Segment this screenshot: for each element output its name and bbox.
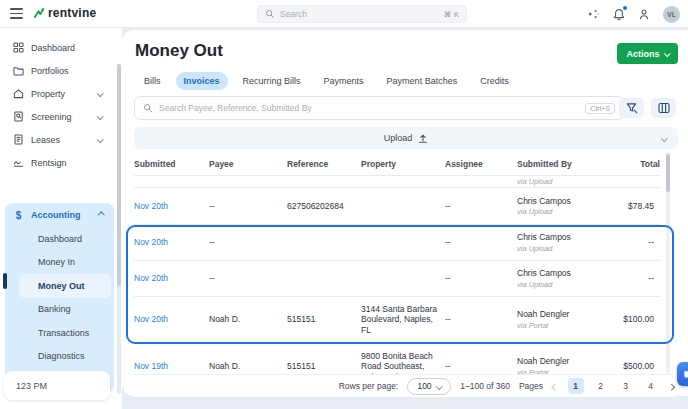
chevron-down-icon[interactable] [661,135,667,141]
chat-launcher-button[interactable] [677,362,688,386]
col-submitted[interactable]: Submitted [134,159,209,169]
table-search-input[interactable] [159,103,579,113]
sidebar-item-screening[interactable]: Screening [0,105,118,128]
tab-recurring-bills[interactable]: Recurring Bills [235,72,309,90]
page-button-4[interactable]: 4 [643,378,659,394]
rentvine-logo-icon [33,7,45,19]
table-row[interactable]: Nov 20th Noah D. 515151 3144 Santa Barba… [134,297,660,343]
submitted-date-link[interactable]: Nov 20th [134,201,209,212]
columns-button[interactable] [651,98,676,118]
sidebar-subitem-money-out[interactable]: Money Out [19,274,111,298]
table-row[interactable]: Nov 20th -- -- Chris Camposvia Upload -- [134,225,660,261]
col-submitted-by[interactable]: Submitted By [517,159,612,169]
col-property[interactable]: Property [361,159,445,169]
chevron-down-icon [436,383,442,389]
sidebar-subitem-money-in[interactable]: Money In [5,251,114,275]
col-total[interactable]: Total [612,159,660,169]
sidebar: Dashboard Portfolios Property Screening … [0,28,122,409]
document-icon [13,134,24,145]
sidebar-item-rentsign[interactable]: Rentsign [0,151,118,174]
col-payee[interactable]: Payee [209,159,287,169]
user-settings-icon[interactable] [638,8,650,20]
sidebar-item-portfolios[interactable]: Portfolios [0,59,118,82]
tab-invoices[interactable]: Invoices [176,72,228,90]
sidebar-item-label: Leases [31,135,60,145]
actions-button[interactable]: Actions [617,43,678,64]
filter-button[interactable] [619,98,644,118]
search-icon [265,9,275,19]
sidebar-subitem-transactions[interactable]: Transactions [5,321,114,345]
notification-dot [623,6,628,11]
table-search-field[interactable]: Ctrl+S [134,96,624,120]
chevron-down-icon [664,50,670,56]
page-button-2[interactable]: 2 [593,378,609,394]
rows-per-page-label: Rows per page: [339,381,399,391]
sidebar-accounting-group: $ Accounting Dashboard Money In Money Ou… [5,203,114,393]
signature-icon [13,157,24,168]
upload-bar[interactable]: Upload [134,127,678,149]
folder-icon [13,65,24,76]
shortcuts-icon[interactable] [587,8,600,20]
main-content-card: Money Out Actions Bills Invoices Recurri… [122,30,688,396]
page-button-3[interactable]: 3 [618,378,634,394]
columns-icon [658,102,670,114]
submitted-date-link[interactable]: Nov 20th [134,273,209,284]
selected-item-indicator [3,273,7,289]
sidebar-item-leases[interactable]: Leases [0,128,118,151]
tab-bills[interactable]: Bills [136,72,169,90]
brand-name: rentvine [48,6,96,20]
menu-icon[interactable] [10,8,23,19]
chevron-down-icon [97,113,103,119]
sidebar-item-dashboard[interactable]: Dashboard [0,36,118,59]
range-text: 1–100 of 360 [460,381,510,391]
sidebar-subitem-dashboard[interactable]: Dashboard [5,227,114,251]
avatar[interactable]: VL [663,6,680,23]
global-search-placeholder: Search [280,9,438,19]
table-header: Submitted Payee Reference Property Assig… [134,152,660,176]
rows-per-page-select[interactable]: 100 [407,378,451,395]
funnel-filter-icon [626,102,638,114]
sidebar-item-label: Dashboard [31,43,75,53]
table-row[interactable]: Nov 20th -- -- Chris Camposvia Upload -- [134,261,660,297]
clock-widget: 123 PM [4,371,110,400]
brand-logo[interactable]: rentvine [33,6,96,20]
sidebar-item-label: Accounting [31,210,81,220]
prev-page-button[interactable] [552,381,559,392]
table-body: via Upload Nov 20th -- 627506202684 -- C… [134,176,660,374]
chevron-up-icon [98,212,104,218]
sidebar-item-label: Portfolios [31,66,69,76]
submitted-date-link[interactable]: Nov 20th [134,237,209,248]
next-page-button[interactable] [668,381,675,392]
tab-credits[interactable]: Credits [472,72,517,90]
topbar-actions: VL [587,0,680,28]
house-icon [13,88,24,99]
app-root: rentvine Search ⌘ K VL [0,0,688,409]
sidebar-item-accounting[interactable]: $ Accounting [5,203,114,227]
dashboard-grid-icon [13,42,24,53]
chevron-down-icon [97,136,103,142]
sidebar-scrollbar-thumb[interactable] [117,64,121,286]
sidebar-item-label: Rentsign [31,158,67,168]
col-assignee[interactable]: Assignee [445,159,517,169]
sidebar-item-label: Property [31,89,65,99]
table-scrollbar-thumb[interactable] [666,154,670,192]
pages-label: Pages [519,381,543,391]
table-row-partial[interactable]: via Upload [134,176,660,188]
table-row[interactable]: Nov 19th Noah D. 515151 9800 Bonita Beac… [134,343,660,374]
page-title: Money Out [135,41,223,61]
tab-payment-batches[interactable]: Payment Batches [379,72,466,90]
tab-payments[interactable]: Payments [316,72,372,90]
col-reference[interactable]: Reference [287,159,361,169]
global-search-input[interactable]: Search ⌘ K [257,5,467,23]
page-button-1[interactable]: 1 [568,378,584,394]
sidebar-item-property[interactable]: Property [0,82,118,105]
sidebar-subitem-banking[interactable]: Banking [5,298,114,322]
chevron-down-icon [97,90,103,96]
chat-bubble-icon [683,369,688,380]
submitted-date-link[interactable]: Nov 19th [134,361,209,372]
sidebar-subitem-diagnostics[interactable]: Diagnostics [5,345,114,369]
submitted-date-link[interactable]: Nov 20th [134,314,209,325]
notifications-bell-icon[interactable] [613,8,625,21]
tab-bar: Bills Invoices Recurring Bills Payments … [136,72,517,90]
table-row[interactable]: Nov 20th -- 627506202684 -- Chris Campos… [134,188,660,225]
